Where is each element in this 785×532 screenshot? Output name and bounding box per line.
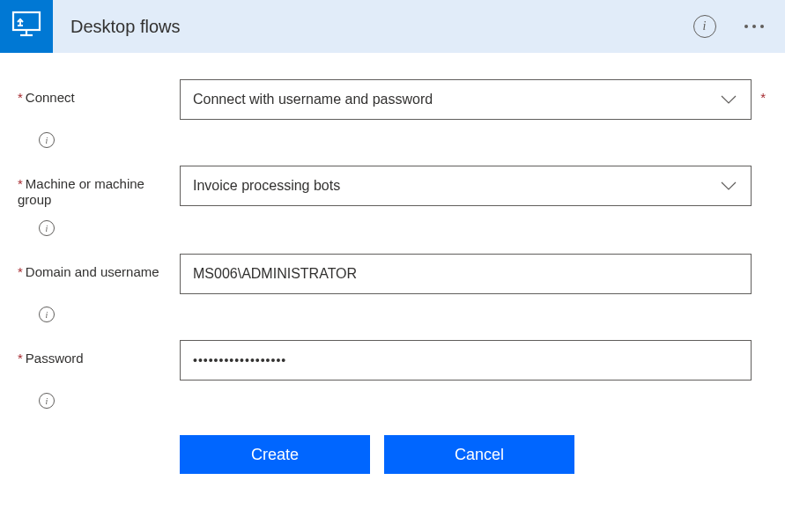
connect-row: *Connect Connect with username and passw… (18, 79, 767, 120)
header-info-icon[interactable]: i (693, 15, 716, 38)
required-indicator: * (760, 90, 766, 105)
connect-value: Connect with username and password (193, 92, 719, 107)
machine-select[interactable]: Invoice processing bots (180, 166, 752, 206)
password-label: *Password (18, 351, 84, 366)
domain-input[interactable] (180, 254, 752, 294)
dialog-header: Desktop flows i (0, 0, 785, 53)
domain-row: *Domain and username (18, 254, 767, 294)
password-row: *Password (18, 340, 767, 381)
connect-label: *Connect (18, 90, 75, 105)
connection-form: *Connect Connect with username and passw… (0, 53, 785, 491)
action-buttons: Create Cancel (180, 435, 767, 474)
create-button[interactable]: Create (180, 435, 370, 474)
chevron-down-icon (719, 94, 738, 105)
domain-info-icon[interactable]: i (39, 307, 55, 322)
svg-rect-0 (13, 12, 40, 30)
cancel-button[interactable]: Cancel (384, 435, 574, 474)
connect-info-icon[interactable]: i (39, 132, 55, 148)
password-input[interactable] (180, 340, 752, 381)
machine-label: *Machine or machine group (18, 176, 144, 207)
machine-row: *Machine or machine group Invoice proces… (18, 166, 767, 208)
app-icon-box (0, 0, 53, 53)
domain-label: *Domain and username (18, 264, 159, 279)
connect-select[interactable]: Connect with username and password (180, 79, 752, 120)
dialog-title: Desktop flows (70, 17, 181, 37)
chevron-down-icon (719, 181, 738, 191)
machine-info-icon[interactable]: i (39, 220, 55, 236)
password-info-icon[interactable]: i (39, 393, 55, 409)
desktop-flows-icon (11, 9, 42, 44)
machine-value: Invoice processing bots (193, 178, 719, 194)
more-options-icon[interactable] (741, 21, 768, 33)
header-actions: i (693, 15, 768, 38)
